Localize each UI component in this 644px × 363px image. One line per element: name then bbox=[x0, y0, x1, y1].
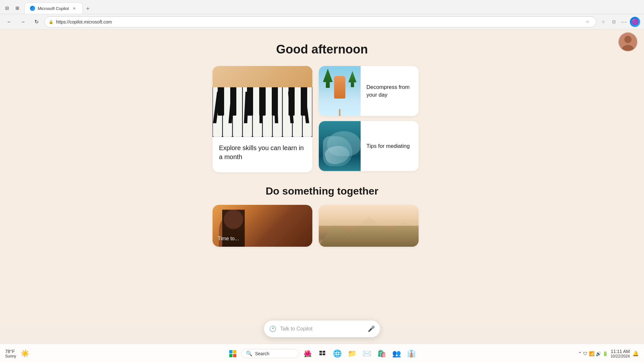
active-tab[interactable]: Microsoft Copilot ✕ bbox=[24, 3, 83, 14]
copilot-favicon bbox=[30, 6, 35, 11]
svg-point-1 bbox=[624, 36, 631, 43]
chat-input-bar[interactable]: 🕐 Talk to Copilot 🎤 bbox=[264, 320, 380, 337]
taskbar-copilot-button[interactable]: 🌺 bbox=[301, 347, 314, 360]
tab-close-button[interactable]: ✕ bbox=[71, 5, 77, 11]
taskbar-weather[interactable]: 78°F Sunny bbox=[5, 349, 16, 358]
taskbar-store-button[interactable]: 🛍️ bbox=[375, 347, 388, 360]
svg-rect-5 bbox=[319, 353, 322, 355]
svg-rect-4 bbox=[323, 351, 325, 353]
main-content: Good afternoon bbox=[0, 30, 644, 327]
chat-input-placeholder[interactable]: Talk to Copilot bbox=[280, 326, 364, 332]
weather-temp: 78°F bbox=[5, 349, 16, 354]
taskbar-search-bar[interactable]: 🔍 Search bbox=[241, 349, 299, 358]
taskbar-center: 🔍 Search 🌺 🌐 📁 ✉️ 🛍️ 👥 👔 bbox=[226, 347, 418, 360]
current-time: 11:11 AM bbox=[611, 349, 630, 354]
back-button[interactable]: ← bbox=[4, 16, 15, 27]
taskbar-taskview-button[interactable] bbox=[316, 347, 329, 360]
current-date: 10/22/2024 bbox=[611, 354, 630, 358]
windows-start-button[interactable] bbox=[226, 347, 239, 360]
cards-small-col: Decompress from your day Tips for mediat… bbox=[319, 66, 419, 172]
taskbar-outlook-button[interactable]: ✉️ bbox=[360, 347, 373, 360]
refresh-button[interactable]: ↻ bbox=[31, 16, 42, 27]
collections-button[interactable]: ⊡ bbox=[609, 17, 618, 26]
card-water-hand-image bbox=[319, 121, 361, 171]
taskbar-search-icon: 🔍 bbox=[246, 350, 252, 357]
volume-icon[interactable]: 🔊 bbox=[596, 351, 601, 356]
taskbar-teams-button[interactable]: 👥 bbox=[390, 347, 403, 360]
taskbar-search-label: Search bbox=[255, 351, 269, 356]
security-icon: 🛡 bbox=[583, 351, 588, 356]
card-mediating-text: Tips for mediating bbox=[361, 137, 415, 155]
bottom-cards: Time to... bbox=[213, 205, 431, 247]
battery-icon[interactable]: 🔋 bbox=[602, 351, 608, 356]
weather-sun-icon: ☀️ bbox=[21, 349, 29, 358]
taskbar-left: 78°F Sunny ☀️ bbox=[5, 349, 29, 358]
tab-title: Microsoft Copilot bbox=[38, 6, 69, 11]
url-text: https://copilot.microsoft.com bbox=[56, 19, 581, 24]
system-tray-icons: ⌃ 🛡 📶 🔊 🔋 bbox=[578, 351, 608, 356]
card-learn-skills[interactable]: Explore skills you can learn in a month bbox=[213, 66, 312, 172]
edge-profile-button[interactable]: 🟣 bbox=[630, 17, 640, 27]
card-learn-skills-text: Explore skills you can learn in a month bbox=[213, 137, 312, 168]
bottom-card-2-image bbox=[319, 205, 419, 247]
show-hidden-icons-button[interactable]: ⌃ bbox=[578, 351, 582, 356]
forward-button[interactable]: → bbox=[17, 16, 28, 27]
bottom-card-2[interactable] bbox=[319, 205, 419, 247]
user-avatar-circle[interactable] bbox=[618, 32, 638, 52]
card-decompress-text: Decompress from your day bbox=[361, 78, 419, 104]
toolbar-actions: ☆ ⊡ ··· 🟣 bbox=[599, 17, 640, 27]
card-mediating[interactable]: Tips for mediating bbox=[319, 121, 419, 171]
bottom-card-1-label: Time to... bbox=[218, 236, 239, 242]
new-tab-button[interactable]: + bbox=[83, 4, 93, 14]
favorites-button[interactable]: ☆ bbox=[599, 17, 608, 26]
copilot-avatar[interactable] bbox=[618, 32, 638, 52]
weather-condition: Sunny bbox=[5, 354, 16, 358]
taskbar-edge-button[interactable]: 🌐 bbox=[331, 347, 344, 360]
taskbar-files-button[interactable]: 📁 bbox=[346, 347, 358, 360]
lock-icon: 🔒 bbox=[49, 20, 53, 24]
taskview-icon bbox=[319, 350, 326, 357]
taskbar-right: ⌃ 🛡 📶 🔊 🔋 11:11 AM 10/22/2024 🔔 bbox=[578, 349, 639, 358]
greeting-heading: Good afternoon bbox=[276, 43, 368, 56]
taskbar-more-apps-button[interactable]: 👔 bbox=[405, 347, 418, 360]
cards-grid: Explore skills you can learn in a month … bbox=[213, 66, 431, 172]
microphone-icon[interactable]: 🎤 bbox=[368, 325, 375, 332]
svg-rect-3 bbox=[319, 351, 322, 353]
address-bar-row: ← → ↻ 🔒 https://copilot.microsoft.com ☆ … bbox=[0, 14, 644, 30]
windows-logo bbox=[229, 350, 236, 357]
add-to-favorites-icon[interactable]: ☆ bbox=[583, 17, 592, 26]
bottom-card-1[interactable]: Time to... bbox=[213, 205, 312, 247]
section2-heading: Do something together bbox=[266, 185, 378, 197]
tab-bar: ⊟ ⊞ Microsoft Copilot ✕ + bbox=[0, 0, 644, 14]
more-button[interactable]: ··· bbox=[620, 17, 629, 26]
taskbar-clock[interactable]: 11:11 AM 10/22/2024 bbox=[611, 349, 630, 358]
notification-button[interactable]: 🔔 bbox=[632, 350, 639, 357]
card-decompress[interactable]: Decompress from your day bbox=[319, 66, 419, 116]
tab-collapse-button[interactable]: ⊟ bbox=[3, 4, 12, 13]
svg-rect-6 bbox=[323, 353, 325, 355]
user-avatar-image bbox=[619, 33, 637, 51]
card-piano-image bbox=[213, 66, 312, 137]
address-bar[interactable]: 🔒 https://copilot.microsoft.com ☆ bbox=[44, 16, 596, 27]
taskbar: 78°F Sunny ☀️ 🔍 Search 🌺 bbox=[0, 344, 644, 363]
chat-history-icon[interactable]: 🕐 bbox=[269, 325, 276, 332]
network-icon[interactable]: 📶 bbox=[589, 351, 594, 356]
card-popsicle-image bbox=[319, 66, 361, 116]
vertical-tabs-button[interactable]: ⊞ bbox=[13, 4, 22, 13]
